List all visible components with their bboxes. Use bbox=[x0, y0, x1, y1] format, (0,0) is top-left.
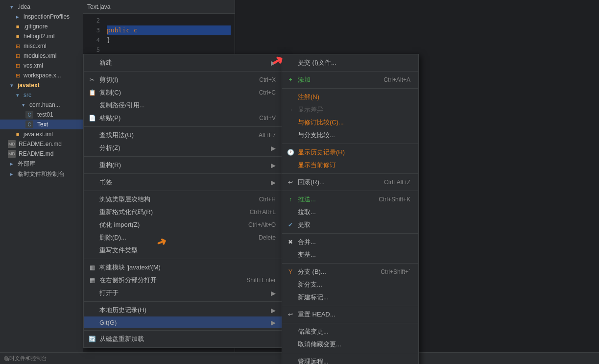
menu-item-label: 重写文件类型 bbox=[99, 246, 138, 255]
fetch-icon: ✔ bbox=[286, 221, 295, 228]
copy-icon: 📋 bbox=[88, 89, 96, 96]
menu-item-cut[interactable]: ✂ 剪切(I) Ctrl+X bbox=[84, 73, 284, 86]
sidebar-item-label: inspectionProfiles bbox=[24, 13, 70, 20]
git-menu-annotate[interactable]: 注解(N) bbox=[282, 91, 418, 103]
git-menu-fetch[interactable]: ✔ 提取 bbox=[282, 218, 418, 231]
git-menu-show-history[interactable]: 🕐 显示历史记录(H) bbox=[282, 146, 418, 159]
git-menu-show-current-revision[interactable]: 显示当前修订 bbox=[282, 159, 418, 171]
sidebar-item-javatext-iml[interactable]: ■ javatext.iml bbox=[0, 129, 83, 139]
menu-divider bbox=[282, 306, 418, 306]
sidebar-item-text[interactable]: C Text bbox=[0, 120, 83, 129]
git-menu-manage-remotes[interactable]: 管理远程... bbox=[282, 355, 418, 364]
menu-item-label: 构建模块 'javatext'(M) bbox=[99, 263, 161, 272]
sidebar-item-comhuan[interactable]: ▾ com.huan... bbox=[0, 100, 83, 110]
sidebar-item-src[interactable]: ▾ src bbox=[0, 90, 83, 100]
merge-icon: ✖ bbox=[286, 239, 295, 245]
editor-tab[interactable]: Text.java bbox=[83, 0, 235, 14]
shortcut-label: Shift+Enter bbox=[227, 277, 276, 284]
sidebar-item-vcs[interactable]: ⊞ vcs.xml bbox=[0, 61, 83, 71]
menu-item-label: 提交 (I)文件... bbox=[298, 58, 336, 67]
menu-item-git[interactable]: Git(G) ▶ bbox=[84, 316, 284, 328]
sidebar-item-workspace[interactable]: ⊞ workspace.x... bbox=[0, 71, 83, 80]
git-menu-unstash[interactable]: 取消储藏变更... bbox=[282, 338, 418, 351]
class-icon: C bbox=[25, 121, 33, 128]
menu-divider bbox=[84, 126, 284, 127]
menu-item-copy[interactable]: 📋 复制(C) Ctrl+C bbox=[84, 86, 284, 99]
menu-item-local-history[interactable]: 本地历史记录(H) ▶ bbox=[84, 304, 284, 316]
git-menu-stash[interactable]: 储藏变更... bbox=[282, 325, 418, 338]
menu-item-analyze[interactable]: 分析(Z) ▶ bbox=[84, 142, 284, 154]
reset-icon: ↩ bbox=[286, 311, 295, 318]
sidebar-item-temp[interactable]: ▸ 临时文件和控制台 bbox=[0, 169, 83, 179]
bottom-bar-text: 临时文件和控制台 bbox=[4, 355, 47, 362]
menu-item-label: 本地历史记录(H) bbox=[99, 306, 146, 315]
code-line-3: public c bbox=[107, 25, 231, 35]
git-menu-rollback[interactable]: ↩ 回滚(R)... Ctrl+Alt+Z bbox=[282, 176, 418, 189]
sidebar-item-label: 临时文件和控制台 bbox=[18, 170, 65, 178]
git-menu-branch[interactable]: Y 分支 (B)... Ctrl+Shift+` bbox=[282, 266, 418, 278]
menu-item-browse-type[interactable]: 浏览类型层次结构 Ctrl+H bbox=[84, 193, 284, 206]
shortcut-label: Ctrl+Shift+K bbox=[359, 196, 410, 203]
menu-item-reload[interactable]: 🔄 从磁盘重新加载 bbox=[84, 333, 284, 345]
sidebar-item-test01[interactable]: C test01 bbox=[0, 110, 83, 120]
menu-item-refactor[interactable]: 重构(R) ▶ bbox=[84, 159, 284, 171]
menu-item-label: 显示历史记录(H) bbox=[298, 148, 345, 157]
menu-item-new[interactable]: 新建 ▶ bbox=[84, 56, 284, 69]
git-menu-push[interactable]: ↑ 推送... Ctrl+Shift+K bbox=[282, 193, 418, 206]
sidebar-item-hellogit2[interactable]: ■ hellogit2.iml bbox=[0, 31, 83, 41]
shortcut-label: Ctrl+Alt+A bbox=[364, 76, 410, 83]
paste-icon: 📄 bbox=[88, 115, 96, 121]
git-menu-pull[interactable]: 拉取... bbox=[282, 206, 418, 218]
menu-item-label: 管理远程... bbox=[298, 357, 329, 364]
git-menu-show-diff[interactable]: → 显示差异 bbox=[282, 103, 418, 116]
sidebar-item-modules[interactable]: ⊞ modules.xml bbox=[0, 51, 83, 61]
git-menu-compare-branch[interactable]: 与分支比较... bbox=[282, 129, 418, 142]
git-menu-commit[interactable]: 提交 (I)文件... bbox=[282, 56, 418, 69]
sidebar-item-external-libs[interactable]: ▸ 外部库 bbox=[0, 159, 83, 169]
menu-item-paste[interactable]: 📄 粘贴(P) Ctrl+V bbox=[84, 112, 284, 124]
menu-item-label: 新建 bbox=[99, 58, 112, 67]
sidebar-item-idea[interactable]: ▾ .idea bbox=[0, 2, 83, 12]
arrow-icon: ▶ bbox=[271, 162, 276, 169]
menu-item-open-in[interactable]: 打开于 ▶ bbox=[84, 287, 284, 299]
menu-item-reformat[interactable]: 重新格式化代码(R) Ctrl+Alt+L bbox=[84, 206, 284, 218]
git-menu-add[interactable]: + 添加 Ctrl+Alt+A bbox=[282, 73, 418, 86]
menu-item-label: 书签 bbox=[99, 178, 112, 187]
menu-divider bbox=[84, 330, 284, 331]
git-menu-new-tag[interactable]: 新建标记... bbox=[282, 291, 418, 304]
menu-item-label: 查找用法(U) bbox=[99, 131, 134, 140]
git-menu-compare-revision[interactable]: 与修订比较(C)... bbox=[282, 116, 418, 129]
add-icon: + bbox=[286, 76, 295, 83]
menu-item-build-module[interactable]: ▦ 构建模块 'javatext'(M) bbox=[84, 261, 284, 274]
diff-icon: → bbox=[286, 106, 295, 113]
sidebar-item-inspectionprofiles[interactable]: ▸ inspectionProfiles bbox=[0, 12, 83, 22]
sidebar-item-javatext[interactable]: ▾ javatext bbox=[0, 80, 83, 90]
menu-item-bookmarks[interactable]: 书签 ▶ bbox=[84, 176, 284, 189]
menu-item-label: 显示当前修订 bbox=[298, 161, 336, 170]
sidebar-item-label: 外部库 bbox=[18, 160, 35, 168]
menu-item-find-usages[interactable]: 查找用法(U) Alt+F7 bbox=[84, 129, 284, 142]
sidebar-item-readme[interactable]: MD README.md bbox=[0, 149, 83, 159]
sidebar-item-label: modules.xml bbox=[24, 52, 56, 59]
code-line-2 bbox=[107, 16, 231, 25]
sidebar-item-readme-en[interactable]: MD README.en.md bbox=[0, 139, 83, 149]
file-icon: ⊞ bbox=[14, 42, 22, 50]
menu-divider bbox=[282, 71, 418, 72]
git-menu-reset-head[interactable]: ↩ 重置 HEAD... bbox=[282, 308, 418, 321]
menu-item-label: 添加 bbox=[298, 75, 311, 84]
menu-item-split-right[interactable]: ▦ 在右侧拆分部分打开 Shift+Enter bbox=[84, 274, 284, 287]
sidebar-item-gitignore[interactable]: ■ .gitignore bbox=[0, 22, 83, 31]
menu-item-label: 分支 (B)... bbox=[298, 267, 326, 276]
git-menu-merge[interactable]: ✖ 合并... bbox=[282, 236, 418, 248]
history-icon: 🕐 bbox=[286, 149, 295, 156]
sidebar-item-misc[interactable]: ⊞ misc.xml bbox=[0, 41, 83, 51]
shortcut-label: Ctrl+Shift+` bbox=[361, 268, 410, 275]
menu-item-label: 粘贴(P) bbox=[99, 114, 120, 122]
menu-item-delete[interactable]: 删除(D)... Delete bbox=[84, 231, 284, 244]
menu-item-override-filetype[interactable]: 重写文件类型 bbox=[84, 244, 284, 257]
menu-item-label: 与修订比较(C)... bbox=[298, 118, 344, 127]
menu-item-copy-path[interactable]: 复制路径/引用... bbox=[84, 99, 284, 112]
git-menu-rebase[interactable]: 变基... bbox=[282, 248, 418, 261]
git-menu-new-branch[interactable]: 新分支... bbox=[282, 278, 418, 291]
menu-item-optimize-imports[interactable]: 优化 import(Z) Ctrl+Alt+O bbox=[84, 218, 284, 231]
